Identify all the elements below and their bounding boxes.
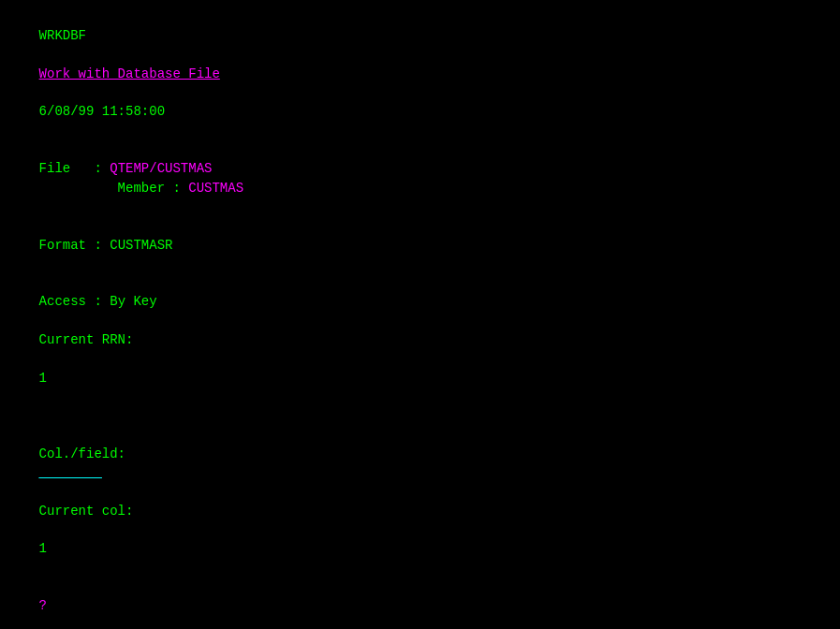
spacer4 [39,351,118,366]
current-rrn-value: 1 [39,371,47,386]
current-col-value: 1 [39,541,47,556]
member-label: Member : [39,181,189,196]
col-header-line1: ? Cust Customer Customer Customer [0,578,840,629]
access-value: By Key [110,294,156,309]
header-line4: Access : By Key Current RRN: 1 [0,273,840,406]
spacer5 [39,484,55,499]
format-value: CUSTMASR [110,238,172,253]
spacer2 [39,85,111,100]
file-value: QTEMP/CUSTMAS [110,161,212,176]
current-rrn-label: Current RRN: [39,332,134,347]
header-line3: Format : CUSTMASR [0,216,840,273]
current-col-label: Current col: [39,504,134,519]
col-field-spacer [39,428,150,443]
col-field-input[interactable]: ________ [39,465,102,480]
header-line2: File : QTEMP/CUSTMAS Member : CUSTMAS [0,140,840,216]
header-line5: Col./field: ________ Current col: 1 [0,406,840,578]
spacer7 [39,618,71,630]
format-label: Format : [39,238,111,253]
member-value: CUSTMAS [188,181,243,196]
col-field-label: Col./field: [39,446,134,461]
file-label: File : [39,161,111,176]
program-id: WRKDBF [39,28,86,43]
terminal-screen: WRKDBF Work with Database File 6/08/99 1… [0,0,840,629]
header-line1: WRKDBF Work with Database File 6/08/99 1… [0,7,840,140]
screen-title: Work with Database File [39,66,220,81]
datetime: 6/08/99 11:58:00 [39,104,165,119]
access-label: Access : [39,294,111,309]
spacer3 [39,314,157,329]
spacer1 [39,48,118,63]
question-col-header: ? [39,598,47,613]
spacer6 [39,522,63,537]
